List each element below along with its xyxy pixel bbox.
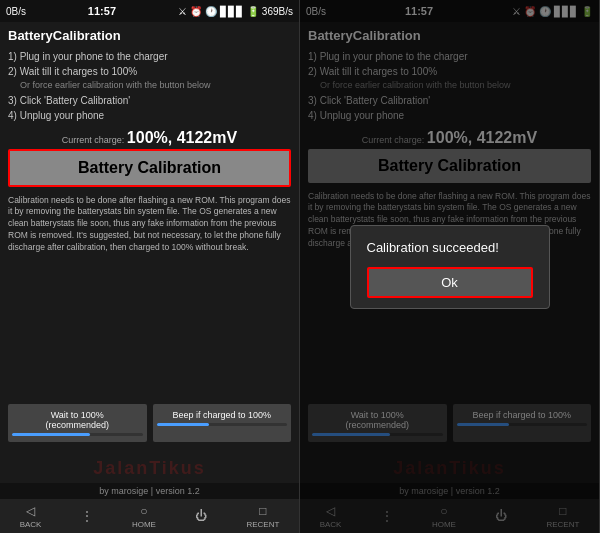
recent-icon-left: □ <box>259 504 266 518</box>
more-icon-left: ⋮ <box>81 509 93 523</box>
status-right-left: ⚔ ⏰ 🕐 ▊▊▊ 🔋 369B/s <box>178 6 293 17</box>
nav-recent-label-left: RECENT <box>246 520 279 529</box>
instructions-left: 1) Plug in your phone to the charger 2) … <box>8 49 291 123</box>
time-left: 11:57 <box>88 5 116 17</box>
power-icon-left: ⏻ <box>195 509 207 523</box>
beep-100-bar-left <box>157 423 209 426</box>
dialog-overlay: Calibration succeeded! Ok <box>300 0 599 533</box>
left-phone-screen: 0B/s 11:57 ⚔ ⏰ 🕐 ▊▊▊ 🔋 369B/s BatteryCal… <box>0 0 300 533</box>
nav-bar-left: ◁ BACK ⋮ ○ HOME ⏻ □ RECENT <box>0 499 299 533</box>
nav-more-left[interactable]: ⋮ <box>81 509 93 523</box>
alarm-icon: ⏰ <box>190 6 202 17</box>
status-bar-left: 0B/s 11:57 ⚔ ⏰ 🕐 ▊▊▊ 🔋 369B/s <box>0 0 299 22</box>
wait-100-btn-left[interactable]: Wait to 100%(recommended) <box>8 404 147 442</box>
watermark-left: JalanTikus <box>0 454 299 483</box>
wait-100-label-left: Wait to 100%(recommended) <box>45 410 109 430</box>
nav-recent-left[interactable]: □ RECENT <box>246 504 279 529</box>
battery-icon: 🔋 <box>247 6 259 17</box>
current-charge-row-left: Current charge: 100%, 4122mV <box>8 129 291 147</box>
nav-back-left[interactable]: ◁ BACK <box>20 504 42 529</box>
back-icon-left: ◁ <box>26 504 35 518</box>
instruction-2-left: 2) Wait till it charges to 100% <box>8 64 291 79</box>
right-phone-screen: 0B/s 11:57 ⚔ ⏰ 🕐 ▊▊▊ 🔋 BatteryCalibratio… <box>300 0 600 533</box>
dialog-box: Calibration succeeded! Ok <box>350 225 550 309</box>
clock-icon: 🕐 <box>205 6 217 17</box>
wait-100-progress-left <box>12 433 143 436</box>
calibrate-button-left[interactable]: Battery Calibration <box>8 149 291 187</box>
app-content-left: BatteryCalibration 1) Plug in your phone… <box>0 22 299 454</box>
nav-home-label-left: HOME <box>132 520 156 529</box>
nav-power-left[interactable]: ⏻ <box>195 509 207 523</box>
signal-info-left: 0B/s <box>6 6 26 17</box>
instruction-2-sub-left: Or force earlier calibration with the bu… <box>8 79 291 93</box>
wait-100-bar-left <box>12 433 90 436</box>
nav-back-label-left: BACK <box>20 520 42 529</box>
beep-100-btn-left[interactable]: Beep if charged to 100% <box>153 404 292 442</box>
home-icon-left: ○ <box>140 504 147 518</box>
beep-100-label-left: Beep if charged to 100% <box>172 410 271 420</box>
beep-100-progress-left <box>157 423 288 426</box>
battery-text-left: 369B/s <box>262 6 293 17</box>
status-left-left: 0B/s <box>6 6 26 17</box>
instruction-1-left: 1) Plug in your phone to the charger <box>8 49 291 64</box>
nav-home-left[interactable]: ○ HOME <box>132 504 156 529</box>
instruction-3-left: 3) Click 'Battery Calibration' <box>8 93 291 108</box>
app-title-left: BatteryCalibration <box>8 28 291 43</box>
current-charge-label-left: Current charge: <box>62 135 125 145</box>
current-charge-value-left: 100%, 4122mV <box>127 129 237 146</box>
sword-icon: ⚔ <box>178 6 187 17</box>
version-bar-left: by marosige | version 1.2 <box>0 483 299 499</box>
dialog-title: Calibration succeeded! <box>367 240 533 255</box>
dialog-ok-button[interactable]: Ok <box>367 267 533 298</box>
signal-bars-icon: ▊▊▊ <box>220 6 244 17</box>
bottom-buttons-left: Wait to 100%(recommended) Beep if charge… <box>8 404 291 442</box>
instruction-4-left: 4) Unplug your phone <box>8 108 291 123</box>
description-left: Calibration needs to be done after flash… <box>8 195 291 397</box>
